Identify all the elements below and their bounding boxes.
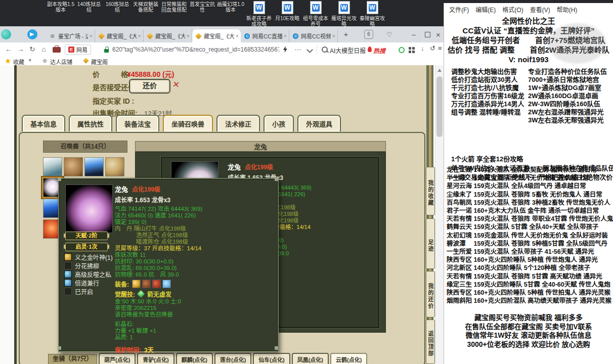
mount-tab-label: 云鹤(点化) xyxy=(336,357,362,363)
equip-item-icon[interactable] xyxy=(132,280,141,288)
menu-item[interactable]: 查看(V) xyxy=(530,5,550,14)
listing-tab[interactable]: 属性抗性 xyxy=(69,115,112,131)
side-tab-footprints[interactable]: 足迹 xyxy=(426,218,435,269)
menu-item[interactable]: 格式(O) xyxy=(502,5,523,14)
desktop-shortcut[interactable]: 组号零成本养号 xyxy=(301,0,330,27)
refresh-icon[interactable]: ↻ xyxy=(29,45,35,53)
side-tab-back-to-top[interactable]: 返回顶部 xyxy=(426,320,435,364)
url-text[interactable]: 620"tag"%3A%20"user"%7D&reco_request_id=… xyxy=(112,46,279,53)
telegram-icon[interactable] xyxy=(27,29,37,39)
tab-close-icon[interactable] xyxy=(331,33,335,39)
mount-tab[interactable]: 仙车(点化) xyxy=(253,353,290,364)
browser-tab[interactable]: 藏宝阁_《大话 xyxy=(192,29,241,42)
download-icon[interactable] xyxy=(421,44,424,52)
side-tab-my-offers[interactable]: 我的还价 xyxy=(426,271,435,317)
listing-tab-label: 基本信息 xyxy=(30,120,57,128)
scroll-up-icon[interactable] xyxy=(437,69,442,72)
equip-item-icon[interactable] xyxy=(162,280,171,288)
tab-close-icon[interactable] xyxy=(282,33,287,39)
new-tab-button[interactable]: + xyxy=(340,28,352,41)
mount-tab[interactable]: 麒麟(点化) xyxy=(176,353,213,364)
desktop-shortcut[interactable]: 新老孩子养成攻略 xyxy=(245,0,273,27)
mount-tab[interactable]: 云鹤(点化) xyxy=(330,353,367,364)
desktop-shortcut[interactable]: 日常推装和回血鬼搭配 xyxy=(160,0,188,27)
mount-tab[interactable]: 凤凰(点化) xyxy=(292,353,329,364)
listing-tab[interactable]: 外观道具 xyxy=(297,115,341,131)
desktop-shortcut[interactable]: 雁塔异光攻略 xyxy=(330,0,358,27)
desktop-shortcut[interactable]: 首发宝宝抗性 xyxy=(188,0,216,27)
summon-thumbnail[interactable] xyxy=(84,157,104,176)
ad-footer-line: 在售队伍全部都在藏宝阁 买卖号加V联系 xyxy=(444,323,613,332)
listing-tab[interactable]: 法术修正 xyxy=(216,115,260,131)
listing-tab[interactable]: 坐骑召唤兽 xyxy=(163,115,213,131)
status-dot-icon[interactable] xyxy=(399,47,405,53)
bargain-button[interactable]: 还价 xyxy=(129,79,170,94)
protect-value: 3天 xyxy=(144,347,154,354)
desktop-shortcut[interactable]: 天梯双魅装备搭配 xyxy=(132,0,160,27)
close-button[interactable] xyxy=(436,30,441,39)
desktop-shortcut[interactable]: 副本攻略1.5版本 xyxy=(47,0,75,27)
search-icon[interactable] xyxy=(322,47,328,53)
summon-thumbnail[interactable] xyxy=(43,157,62,176)
shortcut-label: 月10E攻略 xyxy=(275,16,299,21)
browser-tab[interactable]: 网易CC视频 xyxy=(289,29,338,42)
scroll-thumb[interactable] xyxy=(436,76,443,137)
mount-tab[interactable]: 葫芦(点化) xyxy=(99,353,136,364)
menu-item[interactable]: 帮助(H) xyxy=(557,5,578,14)
listing-tab[interactable]: 基本信息 xyxy=(22,115,65,131)
bookmark-darenshop[interactable]: 达人店铺 xyxy=(50,58,72,66)
listing-tab[interactable]: 装备法宝 xyxy=(116,115,159,131)
tab-close-icon[interactable] xyxy=(137,33,141,39)
chevron-down-icon[interactable] xyxy=(306,47,313,53)
browser-logo-icon[interactable] xyxy=(1,29,11,39)
tab-close-icon[interactable] xyxy=(88,33,93,39)
star-icon[interactable] xyxy=(5,58,11,64)
back-icon[interactable]: ← xyxy=(5,45,12,53)
menu-icon[interactable] xyxy=(438,44,442,52)
tab-close-icon[interactable] xyxy=(234,33,239,39)
menu-item[interactable]: 编辑(E) xyxy=(475,5,496,14)
browser-tab[interactable]: 藏宝阁_《大话 xyxy=(95,29,144,42)
caret-down-icon[interactable] xyxy=(29,58,31,63)
ad-line: 调整秒鬼大炮输出伤害 xyxy=(451,68,528,76)
minimize-button[interactable] xyxy=(412,30,416,39)
hot-search-label[interactable]: 热搜 xyxy=(373,46,385,55)
site-chip[interactable]: E 网易 xyxy=(65,44,91,55)
bookmark-favorites[interactable]: 收藏 xyxy=(13,58,24,66)
tab-close-icon[interactable] xyxy=(185,33,190,39)
favorite-icon[interactable] xyxy=(386,30,392,39)
apps-grid-icon[interactable] xyxy=(409,47,411,50)
pet-window-title: 龙兔 xyxy=(135,141,386,152)
browser-tab[interactable]: 藏宝阁_《大话 xyxy=(144,29,192,42)
search-input[interactable]: AI大模型日报 xyxy=(330,46,366,55)
home-icon[interactable]: ⌂ xyxy=(41,45,46,53)
equip-item-icon[interactable] xyxy=(142,280,151,288)
desktop-shortcut[interactable]: 秦陵幽宫攻略 xyxy=(358,0,386,27)
mount-tab[interactable]: 莲台(点化) xyxy=(214,353,251,364)
lock-icon[interactable] xyxy=(104,49,109,53)
forward-icon[interactable]: → xyxy=(17,45,24,53)
maximize-button[interactable] xyxy=(425,30,430,39)
equip-item-icon[interactable] xyxy=(152,280,161,288)
listing-tab[interactable]: 小孩 xyxy=(264,115,294,131)
team-line: 龙在江湖 140克火混队 全队默契配饰 搬砖队伍 通日常 xyxy=(447,166,613,174)
side-tab-favorites[interactable]: 我的收藏 xyxy=(426,167,435,215)
bookmark-cbg[interactable]: 藏宝阁 xyxy=(91,58,108,66)
desktop-shortcut[interactable]: 160炼狱总结 xyxy=(103,0,132,27)
desktop-shortcut[interactable]: 140炼狱总结 xyxy=(75,0,103,27)
browser-tab[interactable]: 网易CC直播 xyxy=(241,29,289,42)
profile-badge[interactable]: 6 xyxy=(364,30,373,39)
desktop-shortcut[interactable]: 月10E攻略 xyxy=(273,0,301,27)
more-icon[interactable] xyxy=(294,43,301,52)
briefcase-icon[interactable] xyxy=(53,47,61,53)
ad-line: 3W左右混杀无帮强通异光 xyxy=(528,116,613,124)
desktop-shortcut[interactable]: 画魇幻境1.0版本 xyxy=(216,0,245,27)
mount-tab[interactable]: 青驴(点化) xyxy=(137,353,174,364)
summon-thumbnail[interactable] xyxy=(64,157,83,176)
scrollbar[interactable] xyxy=(435,65,444,364)
history-icon[interactable] xyxy=(430,44,435,52)
menu-item[interactable]: 文件(F) xyxy=(449,5,469,14)
lightning-icon[interactable] xyxy=(283,46,287,53)
summon-thumbnail[interactable] xyxy=(105,157,124,176)
browser-tab[interactable]: 鉴宝广场 - 达 xyxy=(47,29,95,42)
